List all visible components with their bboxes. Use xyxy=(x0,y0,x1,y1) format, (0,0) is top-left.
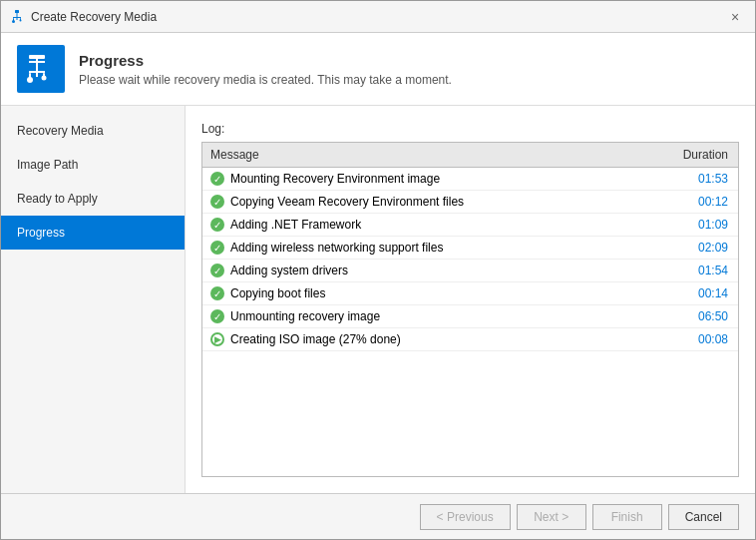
log-label: Log: xyxy=(201,122,739,136)
header-icon xyxy=(17,45,65,93)
duration-cell: 00:08 xyxy=(636,328,738,351)
main-content: Log: Message Duration ✓Mounting Recovery… xyxy=(186,106,755,493)
log-table-container[interactable]: Message Duration ✓Mounting Recovery Envi… xyxy=(201,142,739,477)
usb-icon xyxy=(9,9,25,25)
message-text: Adding .NET Framework xyxy=(230,218,361,232)
sidebar-item-image-path[interactable]: Image Path xyxy=(1,148,185,182)
success-icon: ✓ xyxy=(210,218,224,232)
svg-point-13 xyxy=(27,77,33,83)
table-row: ✓Adding wireless networking support file… xyxy=(202,237,738,260)
table-row: ✓Adding system drivers01:54 xyxy=(202,260,738,282)
duration-cell: 01:09 xyxy=(636,214,738,237)
message-cell: ▶Creating ISO image (27% done) xyxy=(202,328,636,351)
header-title: Progress xyxy=(79,52,452,69)
header: Progress Please wait while recovery medi… xyxy=(1,33,755,106)
message-text: Creating ISO image (27% done) xyxy=(230,332,401,346)
col-duration: Duration xyxy=(636,143,738,168)
message-text: Adding wireless networking support files xyxy=(230,241,443,255)
footer: < Previous Next > Finish Cancel xyxy=(1,493,755,539)
svg-point-14 xyxy=(42,76,47,81)
duration-cell: 01:53 xyxy=(636,168,738,191)
message-cell: ✓Copying boot files xyxy=(202,282,636,305)
table-row: ✓Adding .NET Framework01:09 xyxy=(202,214,738,237)
message-cell: ✓Unmounting recovery image xyxy=(202,305,636,328)
svg-rect-2 xyxy=(13,17,21,18)
success-icon: ✓ xyxy=(210,309,224,323)
header-content: Progress Please wait while recovery medi… xyxy=(79,52,452,87)
success-icon: ✓ xyxy=(210,195,224,209)
success-icon: ✓ xyxy=(210,286,224,300)
message-cell: ✓Adding .NET Framework xyxy=(202,214,636,237)
duration-cell: 02:09 xyxy=(636,237,738,260)
table-row: ✓Copying boot files00:14 xyxy=(202,282,738,305)
sidebar-item-progress[interactable]: Progress xyxy=(1,216,185,250)
duration-cell: 00:14 xyxy=(636,282,738,305)
table-row: ✓Copying Veeam Recovery Environment file… xyxy=(202,191,738,214)
log-table: Message Duration ✓Mounting Recovery Envi… xyxy=(202,143,738,351)
previous-button[interactable]: < Previous xyxy=(420,504,511,530)
svg-rect-9 xyxy=(29,61,45,63)
svg-point-6 xyxy=(20,19,22,21)
message-cell: ✓Mounting Recovery Environment image xyxy=(202,168,636,191)
message-text: Unmounting recovery image xyxy=(230,309,380,323)
message-text: Copying boot files xyxy=(230,286,325,300)
sidebar: Recovery MediaImage PathReady to ApplyPr… xyxy=(1,106,186,493)
svg-rect-1 xyxy=(17,13,18,20)
header-subtitle: Please wait while recovery media is crea… xyxy=(79,73,452,87)
duration-cell: 00:12 xyxy=(636,191,738,214)
finish-button[interactable]: Finish xyxy=(592,504,662,530)
sidebar-item-ready-to-apply[interactable]: Ready to Apply xyxy=(1,182,185,216)
table-row: ✓Unmounting recovery image06:50 xyxy=(202,305,738,328)
title-bar: Create Recovery Media × xyxy=(1,1,755,33)
duration-cell: 01:54 xyxy=(636,260,738,282)
svg-rect-0 xyxy=(15,10,19,13)
cancel-button[interactable]: Cancel xyxy=(668,504,739,530)
message-text: Mounting Recovery Environment image xyxy=(230,172,440,186)
message-cell: ✓Adding wireless networking support file… xyxy=(202,237,636,260)
svg-rect-10 xyxy=(29,71,45,73)
message-cell: ✓Adding system drivers xyxy=(202,260,636,282)
col-message: Message xyxy=(202,143,636,168)
sidebar-item-recovery-media[interactable]: Recovery Media xyxy=(1,114,185,148)
table-row: ▶Creating ISO image (27% done)00:08 xyxy=(202,328,738,351)
next-button[interactable]: Next > xyxy=(517,504,586,530)
dialog: Create Recovery Media × Progress Please … xyxy=(0,0,756,540)
message-text: Adding system drivers xyxy=(230,264,348,277)
message-cell: ✓Copying Veeam Recovery Environment file… xyxy=(202,191,636,214)
table-header-row: Message Duration xyxy=(202,143,738,168)
duration-cell: 06:50 xyxy=(636,305,738,328)
in-progress-icon: ▶ xyxy=(210,332,224,346)
svg-rect-7 xyxy=(29,55,45,59)
message-text: Copying Veeam Recovery Environment files xyxy=(230,195,464,209)
success-icon: ✓ xyxy=(210,241,224,255)
title-bar-text: Create Recovery Media xyxy=(31,10,723,24)
table-row: ✓Mounting Recovery Environment image01:5… xyxy=(202,168,738,191)
close-button[interactable]: × xyxy=(723,7,747,27)
svg-point-5 xyxy=(12,20,15,23)
body: Recovery MediaImage PathReady to ApplyPr… xyxy=(1,106,755,493)
success-icon: ✓ xyxy=(210,264,224,277)
success-icon: ✓ xyxy=(210,172,224,186)
